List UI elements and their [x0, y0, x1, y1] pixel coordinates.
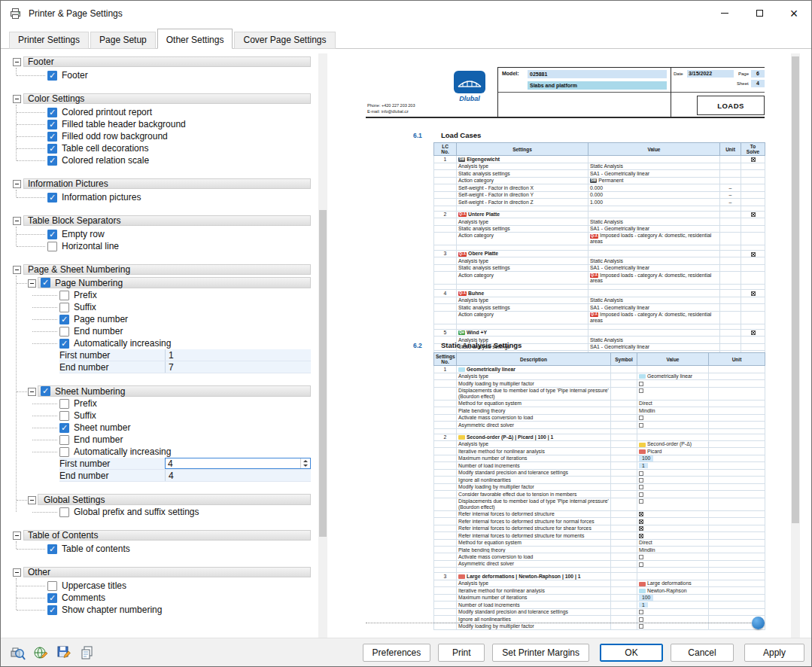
- value-end-number[interactable]: 4: [165, 470, 311, 481]
- option-automatically-increasing[interactable]: Automatically increasing: [12, 446, 313, 458]
- option-global-prefix-and-suffix-settings[interactable]: Global prefix and suffix settings: [12, 506, 313, 518]
- checkbox-footer[interactable]: [47, 71, 57, 81]
- value-end-number[interactable]: 7: [165, 361, 311, 373]
- option-sheet-number[interactable]: Sheet number: [12, 422, 313, 434]
- collapse-icon[interactable]: [13, 217, 21, 225]
- printer-page-settings-dialog: Printer & Page Settings Printer Settings…: [0, 0, 812, 667]
- checkbox-table-cell-decorations[interactable]: [47, 144, 57, 154]
- checkbox-end-number[interactable]: [59, 435, 69, 445]
- copy-pages-icon[interactable]: [78, 644, 97, 662]
- subgroup-sheet-numbering[interactable]: Sheet Numbering: [12, 385, 313, 397]
- checkbox-sheet-numbering[interactable]: [41, 386, 50, 396]
- option-end-number[interactable]: End number: [12, 434, 313, 446]
- option-filled-odd-row-background[interactable]: Filled odd row background: [12, 130, 313, 142]
- option-empty-row[interactable]: Empty row: [12, 228, 313, 240]
- option-filled-table-header-background[interactable]: Filled table header background: [12, 118, 313, 130]
- collapse-icon[interactable]: [28, 388, 36, 396]
- option-automatically-increasing[interactable]: Automatically increasing: [12, 337, 313, 349]
- option-colored-printout-report[interactable]: Colored printout report: [12, 106, 313, 118]
- page-indicator-bubble[interactable]: [752, 617, 765, 629]
- checkbox-colored-printout-report[interactable]: [47, 108, 57, 117]
- checkbox-sheet-number[interactable]: [59, 423, 69, 433]
- input-first-number[interactable]: 4: [165, 458, 311, 469]
- checkbox-page-number[interactable]: [59, 315, 69, 324]
- checkbox-filled-table-header-background[interactable]: [47, 120, 57, 129]
- collapse-icon[interactable]: [28, 496, 36, 504]
- collapse-icon[interactable]: [13, 180, 21, 188]
- set-printer-margins-button[interactable]: Set Printer Margins: [492, 644, 589, 662]
- checkbox-empty-row[interactable]: [47, 230, 57, 239]
- tab-other-settings[interactable]: Other Settings: [157, 29, 233, 49]
- checkbox-colored-relation-scale[interactable]: [47, 156, 57, 166]
- option-end-number[interactable]: End number: [12, 325, 313, 337]
- collapse-icon[interactable]: [13, 58, 21, 66]
- load-case-detail-row: Action categoryQi AImposed loads - categ…: [434, 272, 765, 285]
- save-edit-icon[interactable]: [54, 644, 74, 662]
- subgroup-page-numbering[interactable]: Page Numbering: [12, 277, 313, 289]
- preview-scrollbar[interactable]: [791, 53, 800, 639]
- checkbox-filled-odd-row-background[interactable]: [47, 132, 57, 142]
- spinner-arrows-icon[interactable]: [300, 458, 310, 468]
- option-table-of-contents[interactable]: Table of contents: [12, 543, 313, 555]
- collapse-icon[interactable]: [13, 531, 21, 540]
- ok-button[interactable]: OK: [600, 644, 663, 662]
- option-label: Colored printout report: [62, 107, 152, 117]
- tab-cover-page-settings[interactable]: Cover Page Settings: [234, 32, 335, 49]
- option-comments[interactable]: Comments: [12, 592, 313, 604]
- settings-detail-row: Asymmetric direct solver: [434, 560, 765, 567]
- globe-edit-icon[interactable]: [31, 644, 50, 662]
- checkbox-information-pictures[interactable]: [47, 193, 57, 203]
- checkbox-prefix[interactable]: [59, 399, 69, 409]
- option-prefix[interactable]: Prefix: [12, 397, 313, 410]
- checkbox-prefix[interactable]: [59, 291, 69, 300]
- print-button[interactable]: Print: [438, 644, 485, 662]
- option-colored-relation-scale[interactable]: Colored relation scale: [12, 154, 313, 166]
- tab-page-setup[interactable]: Page Setup: [90, 32, 156, 49]
- collapse-icon[interactable]: [13, 95, 21, 103]
- settings-detail-row: Maximum number of iterations100: [434, 455, 765, 461]
- checkbox-page-numbering[interactable]: [41, 278, 50, 288]
- checkbox-show-chapter-numbering[interactable]: [47, 605, 57, 615]
- collapse-icon[interactable]: [13, 266, 21, 274]
- collapse-icon[interactable]: [13, 568, 21, 577]
- collapse-icon[interactable]: [28, 279, 36, 288]
- option-footer[interactable]: Footer: [12, 69, 313, 81]
- empty-box-icon: [639, 555, 643, 559]
- checkbox-automatically-increasing[interactable]: [59, 447, 69, 457]
- close-icon[interactable]: [777, 1, 811, 26]
- checkbox-uppercase-titles[interactable]: [47, 581, 57, 591]
- option-information-pictures[interactable]: Information pictures: [12, 191, 313, 203]
- dlubal-wordmark: Dlubal: [449, 95, 491, 102]
- checkbox-end-number[interactable]: [59, 327, 69, 337]
- option-table-cell-decorations[interactable]: Table cell decorations: [12, 142, 313, 154]
- checkbox-suffix[interactable]: [59, 303, 69, 312]
- preferences-button[interactable]: Preferences: [363, 644, 431, 662]
- checkbox-table-of-contents[interactable]: [47, 544, 57, 554]
- option-uppercase-titles[interactable]: Uppercase titles: [12, 580, 313, 592]
- subheader-global-settings[interactable]: Global Settings: [12, 494, 313, 506]
- tree-scrollbar-thumb[interactable]: [319, 210, 327, 537]
- tab-printer-settings[interactable]: Printer Settings: [9, 32, 89, 49]
- option-prefix[interactable]: Prefix: [12, 289, 313, 301]
- checkbox-automatically-increasing[interactable]: [59, 339, 69, 349]
- field-end-number: End number7: [59, 361, 311, 373]
- checkbox-comments[interactable]: [47, 593, 57, 603]
- preview-scrollbar-thumb[interactable]: [792, 56, 799, 523]
- option-suffix[interactable]: Suffix: [12, 410, 313, 422]
- cancel-button[interactable]: Cancel: [671, 644, 734, 662]
- option-suffix[interactable]: Suffix: [12, 301, 313, 313]
- option-page-number[interactable]: Page number: [12, 313, 313, 325]
- print-preview: Dlubal Phone: +420 227 203 203 E-mail: i…: [330, 53, 789, 639]
- minimize-icon[interactable]: [707, 1, 742, 26]
- checkbox-suffix[interactable]: [59, 411, 69, 421]
- zoom-printer-icon[interactable]: [8, 644, 27, 662]
- tree-scrollbar[interactable]: [318, 53, 327, 639]
- value-first-number[interactable]: 1: [165, 349, 311, 361]
- option-show-chapter-numbering[interactable]: Show chapter numbering: [12, 604, 313, 616]
- checkbox-global-prefix-and-suffix-settings[interactable]: [59, 507, 69, 517]
- checkbox-horizontal-line[interactable]: [47, 242, 57, 251]
- option-horizontal-line[interactable]: Horizontal line: [12, 240, 313, 252]
- maximize-icon[interactable]: [742, 1, 777, 26]
- apply-button[interactable]: Apply: [744, 644, 804, 662]
- settings-detail-row: Modify standard precision and tolerance …: [434, 608, 765, 615]
